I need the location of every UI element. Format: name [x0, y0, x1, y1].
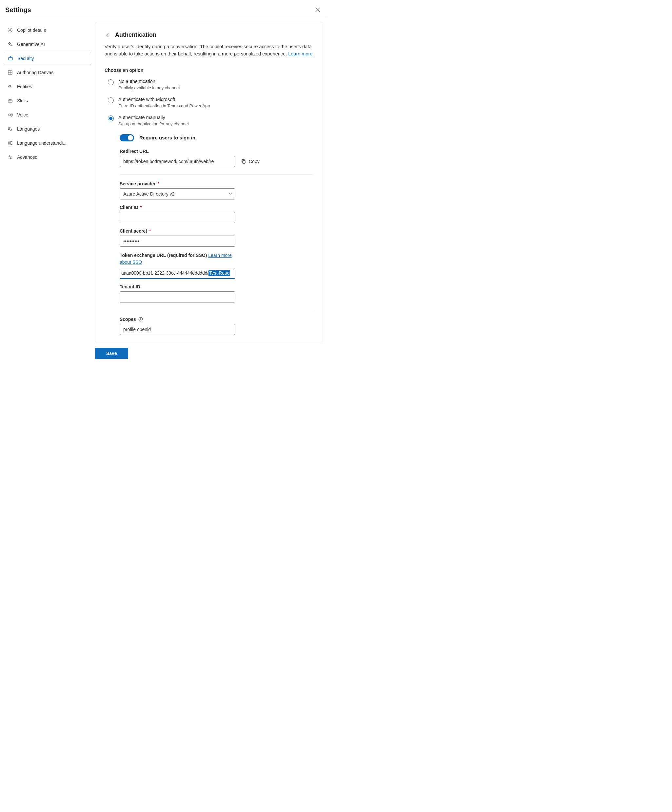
token-exchange-value-selected: Test.Read [209, 270, 230, 276]
chevron-left-icon [105, 33, 110, 38]
sidebar: Copilot details Generative AI Security A… [0, 18, 95, 165]
sidebar-item-label: Entities [17, 84, 32, 89]
svg-rect-3 [8, 100, 12, 102]
svg-point-7 [10, 157, 11, 159]
sidebar-item-label: Skills [17, 98, 28, 103]
section-description: Verify a user's identity during a conver… [105, 43, 313, 58]
redirect-url-label: Redirect URL [120, 148, 313, 154]
client-secret-input[interactable] [120, 235, 235, 247]
option-title: Authenticate with Microsoft [118, 97, 210, 102]
scopes-label: Scopes [120, 317, 136, 322]
sidebar-item-skills[interactable]: Skills [4, 94, 91, 107]
sliders-icon [7, 154, 13, 160]
save-button[interactable]: Save [95, 348, 128, 359]
copy-icon [241, 159, 246, 164]
sidebar-item-label: Voice [17, 112, 28, 118]
sidebar-item-label: Language understandi... [17, 140, 66, 146]
client-secret-label: Client secret [120, 229, 147, 234]
token-exchange-label: Token exchange URL (required for SSO) [120, 252, 208, 258]
copy-label: Copy [249, 159, 260, 164]
token-exchange-input[interactable]: aaaa0000-bb11-2222-33cc-444444dddddd/Tes… [120, 268, 235, 279]
page-title: Settings [5, 6, 31, 14]
toolbox-icon [7, 98, 13, 104]
sidebar-item-advanced[interactable]: Advanced [4, 150, 91, 164]
client-id-label: Client ID [120, 205, 138, 210]
sidebar-item-authoring-canvas[interactable]: Authoring Canvas [4, 66, 91, 79]
sidebar-item-label: Generative AI [17, 42, 45, 47]
copy-button[interactable]: Copy [241, 159, 260, 164]
option-title: No authentication [118, 79, 180, 84]
sidebar-item-label: Copilot details [17, 27, 46, 33]
learn-more-link[interactable]: Learn more [288, 51, 312, 56]
option-subtitle: Publicly available in any channel [118, 85, 180, 90]
close-button[interactable] [314, 6, 322, 14]
tenant-id-input[interactable] [120, 291, 235, 302]
sparkle-icon [7, 41, 13, 47]
sidebar-item-security[interactable]: Security [4, 52, 91, 65]
radio-button[interactable] [108, 97, 114, 103]
sidebar-item-label: Languages [17, 126, 40, 131]
section-divider [120, 310, 313, 310]
require-signin-label: Require users to sign in [140, 135, 196, 140]
sidebar-item-voice[interactable]: Voice [4, 108, 91, 121]
service-provider-select[interactable] [120, 188, 235, 200]
briefcase-lock-icon [8, 55, 14, 61]
option-authenticate-microsoft[interactable]: Authenticate with Microsoft Entra ID aut… [105, 95, 313, 113]
voice-icon [7, 112, 13, 118]
require-signin-toggle[interactable] [120, 134, 134, 142]
option-authenticate-manually[interactable]: Authenticate manually Set up authenticat… [105, 113, 313, 131]
sidebar-item-label: Security [17, 56, 34, 61]
sidebar-item-generative-ai[interactable]: Generative AI [4, 38, 91, 51]
tenant-id-label: Tenant ID [120, 284, 313, 289]
option-title: Authenticate manually [118, 115, 189, 120]
svg-rect-1 [9, 57, 12, 60]
gear-icon [7, 27, 13, 33]
radio-button[interactable] [108, 79, 114, 85]
svg-point-10 [140, 318, 141, 319]
client-id-input[interactable] [120, 212, 235, 223]
grid-icon [7, 70, 13, 75]
redirect-url-input[interactable] [120, 156, 235, 167]
sidebar-item-languages[interactable]: Languages [4, 122, 91, 135]
choose-option-label: Choose an option [105, 68, 313, 73]
info-icon[interactable] [138, 317, 143, 322]
back-button[interactable] [105, 32, 111, 38]
entities-icon [7, 84, 13, 90]
option-subtitle: Entra ID authentication in Teams and Pow… [118, 103, 210, 108]
translate-icon [7, 126, 13, 132]
sidebar-item-copilot-details[interactable]: Copilot details [4, 24, 91, 37]
svg-point-0 [10, 29, 11, 31]
close-icon [315, 8, 320, 12]
sidebar-item-label: Authoring Canvas [17, 70, 53, 75]
option-subtitle: Set up authentication for any channel [118, 121, 189, 126]
radio-button[interactable] [108, 116, 114, 121]
sidebar-item-label: Advanced [17, 155, 37, 160]
service-provider-label: Service provider [120, 181, 156, 186]
svg-point-4 [9, 114, 10, 116]
svg-point-6 [9, 155, 10, 157]
token-exchange-value-plain: aaaa0000-bb11-2222-33cc-444444dddddd/ [121, 271, 209, 276]
sidebar-item-language-understanding[interactable]: Language understandi... [4, 136, 91, 150]
scopes-input[interactable] [120, 324, 235, 335]
sidebar-item-entities[interactable]: Entities [4, 80, 91, 93]
option-no-authentication[interactable]: No authentication Publicly available in … [105, 77, 313, 95]
globe-icon [7, 140, 13, 146]
svg-rect-8 [243, 160, 245, 164]
authentication-card: Authentication Verify a user's identity … [95, 22, 323, 343]
section-title: Authentication [115, 31, 157, 38]
